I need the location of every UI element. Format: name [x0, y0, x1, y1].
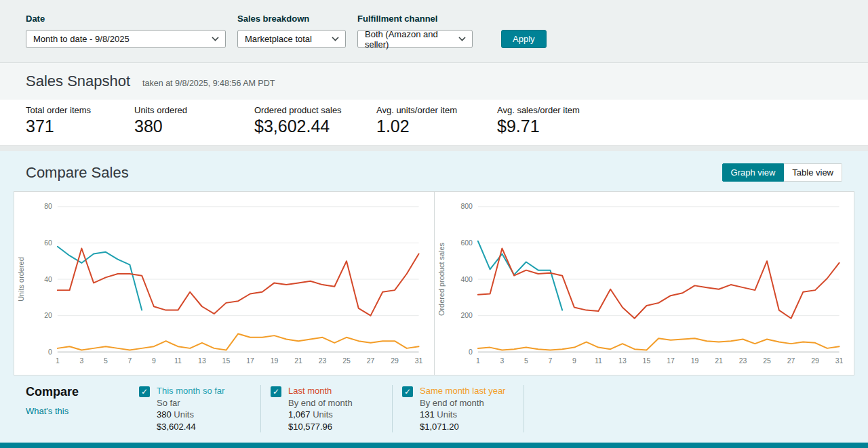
metric-value: $3,602.44: [254, 117, 376, 136]
legend-item-last-month: ✓ Last month By end of month 1,067 Units…: [261, 385, 393, 432]
metric-value: $9.71: [497, 117, 580, 136]
svg-text:11: 11: [594, 357, 601, 365]
metric-label: Units ordered: [134, 105, 254, 115]
svg-text:31: 31: [415, 357, 423, 365]
svg-text:9: 9: [572, 357, 576, 365]
fulfillment-channel-filter-group: Fulfillment channel Both (Amazon and sel…: [357, 14, 473, 48]
svg-text:60: 60: [44, 239, 52, 247]
legend-sub: So far: [157, 397, 224, 409]
legend-label: Same month last year: [420, 385, 505, 397]
svg-text:25: 25: [763, 357, 771, 365]
legend-sales: $1,071.20: [420, 421, 505, 433]
svg-text:23: 23: [738, 357, 747, 365]
units-ordered-chart: 020406080135791113151719212325272931Unit…: [14, 192, 434, 375]
sales-snapshot-header: Sales Snapshot taken at 9/8/2025, 9:48:5…: [0, 63, 868, 100]
svg-text:1: 1: [475, 357, 479, 365]
svg-text:23: 23: [319, 357, 327, 365]
sales-breakdown-label: Sales breakdown: [237, 14, 346, 24]
compare-sales-header: Compare Sales Graph view Table view: [14, 163, 854, 182]
fulfillment-channel-select[interactable]: Both (Amazon and seller): [357, 30, 473, 48]
metric-value: 1.02: [376, 117, 497, 136]
metric-label: Avg. sales/order item: [497, 105, 580, 115]
last-month-checkbox[interactable]: ✓: [271, 386, 281, 397]
svg-text:1: 1: [56, 357, 60, 365]
compare-block: Compare What's this: [26, 385, 139, 432]
svg-text:19: 19: [690, 357, 698, 365]
view-toggle: Graph view Table view: [722, 163, 842, 182]
legend-sales: $3,602.44: [157, 421, 224, 433]
date-filter-select[interactable]: Month to date - 9/8/2025: [26, 30, 226, 48]
svg-text:15: 15: [642, 357, 650, 365]
units-ordered-chart-svg: 020406080135791113151719212325272931Unit…: [14, 192, 434, 375]
ordered-product-sales-chart: 0200400600800135791113151719212325272931…: [434, 192, 854, 375]
svg-text:31: 31: [835, 357, 843, 365]
svg-text:17: 17: [667, 357, 675, 365]
fulfillment-channel-value: Both (Amazon and seller): [365, 29, 453, 49]
svg-text:27: 27: [367, 357, 375, 365]
svg-text:15: 15: [222, 357, 231, 365]
compare-heading: Compare: [26, 385, 139, 399]
date-filter-label: Date: [26, 14, 226, 24]
svg-text:11: 11: [174, 357, 182, 365]
charts-panel: 020406080135791113151719212325272931Unit…: [14, 191, 854, 375]
same-month-last-year-checkbox[interactable]: ✓: [402, 386, 413, 397]
svg-text:7: 7: [127, 357, 132, 365]
metric-label: Total order items: [26, 105, 134, 115]
legend-item-this-month: ✓ This month so far So far 380 Units $3,…: [139, 385, 261, 432]
metric-total-order-items: Total order items 371: [26, 105, 134, 136]
snapshot-metrics-row: Total order items 371 Units ordered 380 …: [0, 100, 868, 146]
filter-bar: Date Month to date - 9/8/2025 Sales brea…: [0, 0, 868, 63]
metric-ordered-product-sales: Ordered product sales $3,602.44: [254, 105, 376, 136]
svg-text:25: 25: [342, 357, 351, 365]
svg-text:13: 13: [618, 357, 627, 365]
svg-text:5: 5: [524, 357, 528, 365]
svg-text:27: 27: [787, 357, 795, 365]
compare-sales-section: Compare Sales Graph view Table view 0204…: [0, 151, 868, 444]
sales-breakdown-value: Marketplace total: [245, 34, 312, 44]
apply-button[interactable]: Apply: [501, 30, 547, 48]
legend-units: 380 Units: [157, 409, 224, 421]
sales-snapshot-title: Sales Snapshot: [26, 73, 130, 90]
svg-text:0: 0: [469, 348, 473, 356]
svg-text:0: 0: [48, 348, 52, 356]
whats-this-link[interactable]: What's this: [26, 406, 68, 416]
svg-text:20: 20: [44, 312, 52, 319]
svg-text:600: 600: [460, 239, 473, 247]
legend-label: Last month: [288, 385, 353, 397]
snapshot-timestamp: taken at 9/8/2025, 9:48:56 AM PDT: [142, 79, 275, 88]
compare-legend: Compare What's this ✓ This month so far …: [14, 375, 854, 432]
svg-text:Ordered product sales: Ordered product sales: [437, 243, 445, 316]
sales-breakdown-select[interactable]: Marketplace total: [237, 30, 346, 48]
svg-text:800: 800: [460, 203, 473, 210]
ordered-product-sales-chart-svg: 0200400600800135791113151719212325272931…: [435, 192, 854, 375]
date-filter-value: Month to date - 9/8/2025: [33, 34, 130, 44]
svg-text:29: 29: [811, 357, 819, 365]
legend-sales: $10,577.96: [288, 421, 353, 433]
svg-text:3: 3: [79, 357, 83, 365]
chevron-down-icon: [332, 37, 339, 41]
legend-units: 131 Units: [420, 409, 505, 421]
compare-sales-title: Compare Sales: [26, 163, 129, 182]
graph-view-button[interactable]: Graph view: [722, 163, 785, 182]
this-month-checkbox[interactable]: ✓: [139, 386, 150, 397]
svg-text:7: 7: [548, 357, 552, 365]
svg-text:400: 400: [460, 276, 473, 283]
svg-text:200: 200: [460, 312, 473, 319]
chevron-down-icon: [458, 37, 466, 41]
sales-breakdown-filter-group: Sales breakdown Marketplace total: [237, 14, 346, 48]
legend-sub: By end of month: [288, 397, 353, 409]
metric-label: Avg. units/order item: [376, 105, 497, 115]
legend-label: This month so far: [157, 385, 224, 397]
svg-text:21: 21: [715, 357, 723, 365]
fulfillment-channel-label: Fulfillment channel: [357, 14, 473, 24]
svg-text:80: 80: [44, 203, 52, 210]
svg-text:Units ordered: Units ordered: [17, 257, 25, 302]
table-view-button[interactable]: Table view: [784, 163, 842, 182]
legend-sub: By end of month: [420, 397, 505, 409]
metric-avg-sales-per-order: Avg. sales/order item $9.71: [497, 105, 580, 136]
svg-text:5: 5: [104, 357, 108, 365]
legend-units: 1,067 Units: [288, 409, 353, 421]
svg-text:40: 40: [44, 276, 52, 283]
footer-accent-bar: [0, 443, 868, 448]
svg-text:17: 17: [246, 357, 254, 365]
